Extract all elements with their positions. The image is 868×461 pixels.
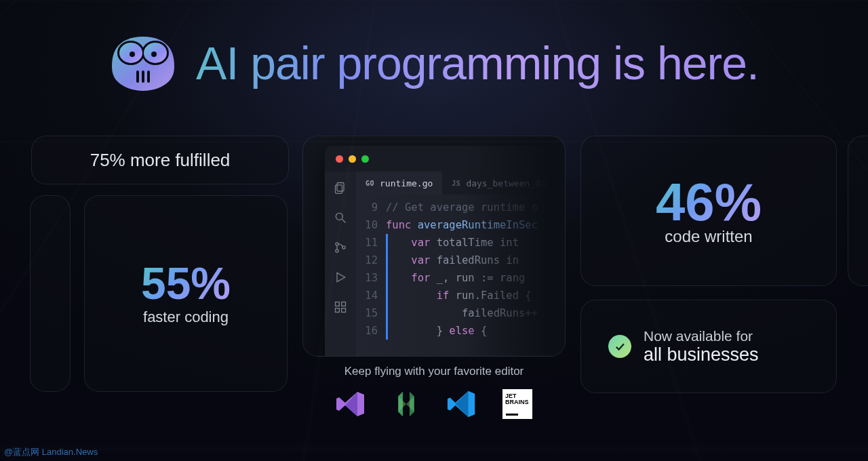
svg-point-14 [336,249,338,252]
search-icon [334,211,347,227]
tab-days-between: JS days_between_da [442,172,555,195]
decorative-card-left [30,195,71,392]
editors-row: JET BRAINS [302,388,566,420]
svg-rect-9 [337,183,344,192]
window-controls [336,155,369,163]
svg-rect-10 [336,185,342,194]
tab-lang-badge: GO [366,180,374,187]
svg-point-4 [130,52,135,57]
svg-rect-18 [342,302,346,306]
extensions-icon [334,300,347,317]
tab-filename: runtime.go [380,178,433,188]
decorative-card-right [848,136,868,286]
headline: AI pair programming is here. [196,37,759,89]
editors-caption: Keep flying with your favorite editor [302,365,566,378]
stat-fulfilled-text: 75% more fulfilled [90,150,231,171]
vscode-icon [446,388,478,420]
svg-rect-17 [336,302,340,306]
copilot-logo-icon [109,33,177,94]
stat-written-pct: 46% [656,176,762,228]
visual-studio-icon [334,388,367,420]
stat-faster-pct: 55% [141,261,231,306]
editor-tabs: GO runtime.go JS days_between_da [356,172,566,195]
window-minimize-icon [349,155,356,163]
svg-point-13 [336,243,338,245]
svg-rect-20 [342,308,346,313]
files-icon [334,181,347,197]
tab-lang-badge: JS [452,180,460,187]
stat-fulfilled-card: 75% more fulfilled [31,136,289,184]
editor-preview-card: GO runtime.go JS days_between_da 9101112… [302,136,566,357]
svg-rect-7 [142,71,144,83]
window-close-icon [336,155,343,163]
svg-rect-8 [147,71,150,83]
tab-filename: days_between_da [466,178,545,188]
stat-written-label: code written [665,227,752,246]
svg-rect-19 [336,308,340,313]
stat-faster-label: faster coding [143,308,229,326]
editor-activity-bar [325,172,356,357]
editor-code-area: 910111213141516 // Get average runtime o… [356,195,566,357]
svg-line-12 [342,220,346,223]
window-zoom-icon [361,155,369,163]
check-circle-icon [608,335,631,358]
source-control-icon [334,241,347,257]
stat-faster-card: 55% faster coding [84,195,288,392]
svg-point-5 [151,52,157,57]
svg-rect-6 [136,71,139,83]
stat-written-card: 46% code written [580,136,837,286]
availability-card: Now available for all businesses [580,300,837,393]
neovim-icon [390,388,422,420]
watermark: @蓝点网 Landian.News [4,446,98,458]
availability-line2: all businesses [644,344,759,365]
debug-icon [334,270,347,287]
availability-line1: Now available for [644,328,759,344]
suggestion-indicator [386,234,388,340]
tab-runtime-go: GO runtime.go [356,172,442,195]
svg-marker-16 [337,273,345,281]
svg-point-11 [336,213,342,220]
jetbrains-icon: JET BRAINS [501,388,534,420]
editor-window: GO runtime.go JS days_between_da 9101112… [325,146,566,357]
